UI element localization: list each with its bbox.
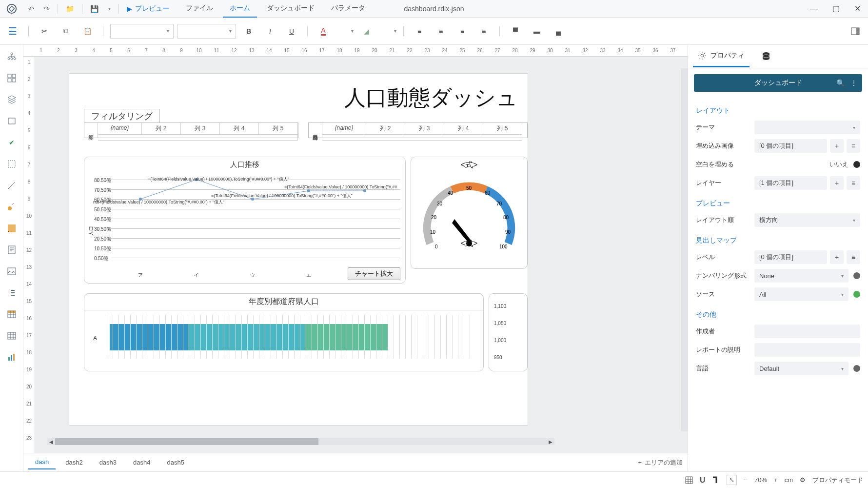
fill-color-button[interactable]: ◢: [357, 22, 375, 40]
underline-button[interactable]: U: [283, 22, 300, 40]
open-folder-button[interactable]: 📁: [61, 0, 79, 18]
gauge-chart[interactable]: <式> 0 10 20 30 40 50: [411, 157, 528, 269]
align-center-button[interactable]: ≡: [432, 22, 450, 40]
textbox-icon[interactable]: [3, 220, 20, 237]
align-right-button[interactable]: ≡: [454, 22, 471, 40]
level-field[interactable]: [0 個の項目]: [754, 250, 827, 264]
language-select[interactable]: Default▾: [754, 362, 848, 375]
scroll-left-arrow[interactable]: ◀: [47, 438, 55, 445]
scroll-right-arrow[interactable]: ▶: [547, 438, 554, 445]
align-left-button[interactable]: ≡: [411, 22, 428, 40]
table-icon[interactable]: [3, 305, 20, 323]
valign-middle-button[interactable]: ▬: [528, 22, 546, 40]
tab-dash5[interactable]: dash5: [160, 456, 191, 469]
valign-top-button[interactable]: ▀: [507, 22, 524, 40]
design-page[interactable]: 人口動態ダッシュ フィルタリング 年度 {name} 列 2 列 3 列 4 列…: [35, 57, 688, 453]
property-mode-label[interactable]: プロパティモード: [812, 476, 863, 485]
numbering-toggle[interactable]: [853, 272, 860, 279]
copy-button[interactable]: ⧉: [57, 22, 75, 40]
italic-button[interactable]: I: [261, 22, 279, 40]
settings-gear-icon[interactable]: ⚙: [800, 476, 806, 484]
group-icon[interactable]: [3, 69, 20, 87]
properties-tab[interactable]: プロパティ: [693, 45, 750, 67]
menu-dashboard[interactable]: ダッシュボード: [260, 0, 321, 18]
minimize-button[interactable]: —: [804, 0, 825, 18]
add-embed-image-button[interactable]: +: [830, 139, 844, 153]
source-select[interactable]: All▾: [754, 287, 848, 301]
layer-field[interactable]: [1 個の項目]: [754, 176, 827, 190]
tab-dash3[interactable]: dash3: [93, 456, 123, 469]
list-layer-button[interactable]: ≡: [847, 176, 860, 190]
bold-button[interactable]: B: [240, 22, 257, 40]
container-icon[interactable]: [3, 112, 20, 130]
undo-button[interactable]: ↶: [23, 0, 39, 18]
unit-label[interactable]: cm: [785, 476, 793, 484]
author-field[interactable]: [754, 325, 860, 338]
list-embed-image-button[interactable]: ≡: [847, 139, 860, 153]
save-button[interactable]: 💾: [85, 0, 103, 18]
line-chart[interactable]: 人口推移 人口 80.50億 70.50億 60.50億 50.50億 40.5…: [84, 157, 406, 284]
shape-icon[interactable]: [3, 155, 20, 173]
scroll-thumb[interactable]: [55, 438, 318, 445]
stacked-bar-chart[interactable]: 年度別都道府県人口 A: [84, 293, 484, 371]
explorer-icon[interactable]: [3, 48, 20, 65]
language-toggle[interactable]: [853, 365, 860, 372]
line-icon[interactable]: [3, 177, 20, 194]
search-icon[interactable]: 🔍: [836, 79, 845, 87]
add-level-button[interactable]: +: [830, 250, 844, 264]
theme-select[interactable]: ▾: [754, 121, 860, 134]
font-family-select[interactable]: ▾: [110, 24, 174, 39]
fill-color-dropdown[interactable]: ▾: [379, 22, 396, 40]
description-field[interactable]: [754, 343, 860, 357]
save-dropdown[interactable]: ▾: [103, 0, 116, 18]
tablix-year[interactable]: 年度 {name} 列 2 列 3 列 4 列 5: [84, 122, 298, 138]
checkbox-icon[interactable]: ✔: [3, 134, 20, 151]
grid-mode-icon[interactable]: [685, 476, 693, 484]
tablix-pref[interactable]: 都道府県 {name} 列 2 列 3 列 4 列 5: [308, 122, 528, 138]
hamburger-icon[interactable]: ☰: [4, 22, 21, 40]
font-size-select[interactable]: ▾: [178, 24, 236, 39]
cut-button[interactable]: ✂: [36, 22, 53, 40]
chart-icon[interactable]: [3, 348, 20, 366]
numbering-select[interactable]: None▾: [754, 269, 848, 283]
redo-button[interactable]: ↷: [39, 0, 55, 18]
chart-expand-button[interactable]: チャート拡大: [348, 267, 400, 280]
mini-chart[interactable]: 1,100 1,050 1,000 950: [489, 293, 528, 371]
corner-icon[interactable]: [712, 476, 720, 484]
bullet-icon[interactable]: [3, 198, 20, 216]
menu-home[interactable]: ホーム: [223, 0, 257, 18]
maximize-button[interactable]: ▢: [825, 0, 847, 18]
menu-parameters[interactable]: パラメータ: [324, 0, 372, 18]
dashboard-title[interactable]: 人口動態ダッシュ: [344, 83, 518, 112]
toggle-panel-button[interactable]: [847, 22, 864, 40]
font-color-dropdown[interactable]: ▾: [336, 22, 354, 40]
image-icon[interactable]: [3, 263, 20, 280]
vertical-scrollbar[interactable]: [681, 68, 688, 431]
close-button[interactable]: ✕: [847, 0, 868, 18]
menu-file[interactable]: ファイル: [179, 0, 220, 18]
layout-order-select[interactable]: 横方向▾: [754, 213, 860, 227]
tablix-icon[interactable]: [3, 327, 20, 345]
more-icon[interactable]: ⋮: [850, 79, 857, 87]
tab-dash4[interactable]: dash4: [126, 456, 157, 469]
filter-label[interactable]: フィルタリング: [84, 109, 160, 123]
align-justify-button[interactable]: ≡: [475, 22, 493, 40]
fill-blank-toggle[interactable]: [853, 161, 860, 168]
layers-icon[interactable]: [3, 91, 20, 108]
embed-image-field[interactable]: [0 個の項目]: [754, 139, 827, 153]
zoom-out-button[interactable]: −: [744, 476, 748, 484]
preview-button[interactable]: ▶ プレビュー: [122, 0, 174, 18]
add-area-button[interactable]: + エリアの追加: [638, 458, 683, 467]
source-toggle[interactable]: [853, 291, 860, 298]
richtext-icon[interactable]: [3, 241, 20, 259]
horizontal-scrollbar[interactable]: ◀ ▶: [47, 438, 554, 445]
paste-button[interactable]: 📋: [79, 22, 96, 40]
add-layer-button[interactable]: +: [830, 176, 844, 190]
font-color-button[interactable]: A: [315, 22, 332, 40]
tab-dash2[interactable]: dash2: [59, 456, 89, 469]
list-level-button[interactable]: ≡: [847, 250, 860, 264]
cursor-mode-icon[interactable]: ⤡: [727, 475, 737, 485]
data-tab[interactable]: [756, 46, 776, 67]
valign-bottom-button[interactable]: ▄: [550, 22, 567, 40]
snap-icon[interactable]: U: [700, 476, 706, 485]
